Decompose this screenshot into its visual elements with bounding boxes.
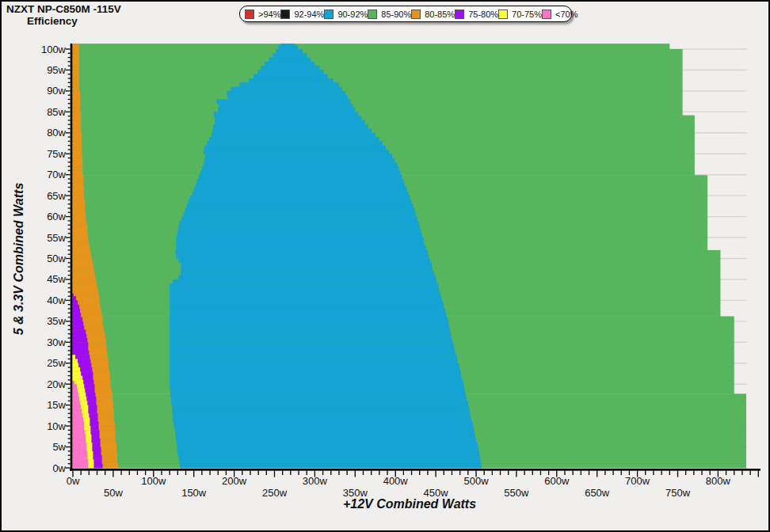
legend-swatch (542, 10, 551, 19)
svg-text:45w: 45w (47, 273, 66, 285)
legend-label: >94% (258, 10, 280, 19)
legend-item: 70-75% (498, 10, 542, 19)
svg-text:650w: 650w (585, 487, 610, 499)
svg-text:100w: 100w (141, 475, 166, 487)
x-tick-labels: 0w100w200w300w400w500w600w700w800w50w150… (67, 475, 731, 499)
svg-text:300w: 300w (303, 475, 328, 487)
svg-text:95w: 95w (47, 64, 66, 76)
chart-title-subtitle: Efficiency (27, 15, 121, 27)
efficiency-legend: >94%92-94%90-92%85-90%80-85%75-80%70-75%… (239, 6, 572, 22)
svg-text:400w: 400w (383, 475, 409, 487)
legend-label: 80-85% (425, 10, 455, 19)
svg-text:55w: 55w (47, 232, 66, 244)
legend-label: <70% (555, 10, 578, 19)
svg-text:30w: 30w (47, 336, 66, 348)
legend-item: 90-92% (324, 10, 368, 19)
y-axis-title: 5 & 3.3V Combined Watts (12, 183, 25, 336)
svg-text:500w: 500w (463, 475, 489, 487)
svg-text:5w: 5w (52, 441, 66, 453)
legend-item: 80-85% (411, 10, 455, 19)
chart-title-model: NZXT NP-C850M -115V (6, 3, 121, 15)
x-axis-title: +12V Combined Watts (343, 497, 476, 511)
chart-title: NZXT NP-C850M -115V Efficiency (6, 3, 121, 27)
legend-item: 85-90% (368, 10, 411, 19)
svg-text:85w: 85w (47, 106, 66, 118)
svg-text:200w: 200w (222, 475, 247, 487)
svg-text:90w: 90w (47, 85, 66, 97)
legend-swatch (411, 10, 421, 19)
legend-label: 90-92% (337, 10, 368, 19)
legend-label: 75-80% (468, 10, 498, 19)
legend-item: 75-80% (455, 10, 498, 19)
svg-text:50w: 50w (47, 253, 66, 264)
svg-text:20w: 20w (47, 378, 66, 390)
svg-text:35w: 35w (47, 315, 66, 327)
svg-text:75w: 75w (47, 148, 66, 160)
legend-swatch (280, 10, 290, 19)
efficiency-chart-screen: 0w100w200w300w400w500w600w700w800w50w150… (0, 0, 770, 532)
legend-item: 92-94% (280, 10, 324, 19)
legend-swatch (368, 10, 377, 19)
legend-swatch (498, 10, 508, 19)
svg-text:40w: 40w (47, 294, 66, 306)
svg-text:100w: 100w (41, 44, 67, 55)
legend-label: 85-90% (381, 10, 411, 19)
legend-item: >94% (245, 10, 280, 19)
svg-text:700w: 700w (625, 475, 650, 487)
svg-text:550w: 550w (504, 487, 529, 499)
legend-item: <70% (542, 10, 578, 19)
y-tick-labels: 0w5w10w15w20w25w30w35w40w45w50w55w60w65w… (41, 44, 67, 474)
svg-text:150w: 150w (181, 487, 207, 499)
legend-label: 92-94% (294, 10, 324, 19)
svg-text:50w: 50w (104, 487, 123, 499)
svg-text:750w: 750w (665, 487, 691, 499)
svg-text:70w: 70w (47, 169, 66, 180)
svg-text:60w: 60w (47, 211, 66, 222)
svg-text:65w: 65w (47, 190, 66, 202)
legend-swatch (455, 10, 464, 19)
legend-swatch (324, 10, 334, 19)
svg-text:15w: 15w (47, 399, 66, 411)
svg-text:250w: 250w (262, 487, 288, 499)
svg-text:80w: 80w (47, 127, 66, 139)
svg-text:25w: 25w (47, 357, 66, 369)
svg-text:0w: 0w (67, 475, 80, 487)
svg-text:0w: 0w (52, 462, 66, 474)
legend-swatch (245, 10, 254, 19)
svg-text:600w: 600w (544, 475, 570, 487)
svg-text:10w: 10w (47, 420, 66, 432)
svg-text:800w: 800w (706, 475, 731, 487)
legend-label: 70-75% (512, 10, 542, 19)
efficiency-contour-plot: 0w100w200w300w400w500w600w700w800w50w150… (2, 2, 770, 532)
